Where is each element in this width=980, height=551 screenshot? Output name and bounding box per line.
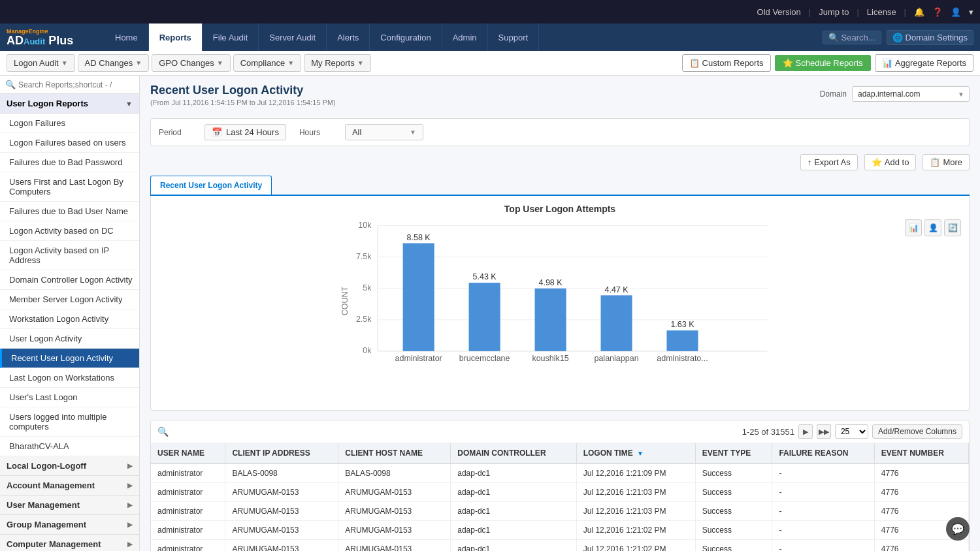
ad-changes-dropdown[interactable]: AD Changes ▼	[78, 54, 150, 72]
pagination-next-btn[interactable]: ▶	[798, 424, 813, 439]
sidebar-item-logon-failures[interactable]: Logon Failures	[0, 114, 139, 133]
hours-selector[interactable]: All ▼	[345, 124, 423, 140]
bar-administrator[interactable]	[403, 244, 434, 351]
chart-refresh-icon[interactable]: 🔄	[944, 219, 961, 236]
more-icon[interactable]: ▾	[969, 7, 973, 17]
domain-select[interactable]: adap.internal.com	[852, 86, 970, 102]
license-link[interactable]: License	[867, 7, 896, 17]
table-toolbar: 🔍 1-25 of 31551 ▶ ▶▶ 25 50 100 Add/Remov…	[151, 420, 969, 443]
cell-dc: adap-dc1	[451, 464, 576, 483]
period-selector[interactable]: 📅 Last 24 Hours	[204, 124, 286, 140]
svg-text:COUNT: COUNT	[340, 286, 350, 315]
hours-value: All	[352, 127, 361, 137]
custom-reports-icon: 📋	[689, 58, 700, 68]
sidebar-item-workstation-logon[interactable]: Workstation Logon Activity	[0, 309, 139, 329]
sidebar-item-member-server[interactable]: Member Server Logon Activity	[0, 290, 139, 309]
account-mgmt-label: Account Management	[7, 480, 95, 490]
sidebar-item-failures-bad-password[interactable]: Failures due to Bad Password	[0, 153, 139, 172]
logon-audit-dropdown[interactable]: Logon Audit ▼	[7, 54, 75, 72]
col-failure-reason: FAILURE REASON	[772, 443, 874, 464]
compliance-arrow: ▼	[287, 59, 294, 67]
main-content: Recent User Logon Activity (From Jul 11,…	[140, 76, 980, 551]
more-button[interactable]: 📋 More	[923, 154, 970, 170]
export-as-button[interactable]: ↑ Export As	[800, 154, 858, 170]
domain-settings-button[interactable]: 🌐 Domain Settings	[887, 30, 973, 45]
custom-reports-label: Custom Reports	[702, 58, 764, 68]
gpo-changes-dropdown[interactable]: GPO Changes ▼	[152, 54, 230, 72]
local-logon-arrow: ▶	[127, 462, 133, 469]
svg-text:7.5k: 7.5k	[356, 252, 372, 261]
hours-label: Hours	[299, 128, 332, 137]
search-box[interactable]: 🔍 Search...	[823, 31, 881, 44]
sidebar-item-users-last-logon[interactable]: User's Last Logon	[0, 388, 139, 407]
domain-settings-label: Domain Settings	[906, 33, 968, 42]
tab-recent-user-logon[interactable]: Recent User Logon Activity	[150, 176, 272, 195]
aggregate-reports-label: Aggregate Reports	[895, 58, 966, 68]
sidebar-section-user-management[interactable]: User Management ▶	[0, 496, 139, 515]
sidebar-item-failures-bad-username[interactable]: Failures due to Bad User Name	[0, 202, 139, 221]
cell-failure: -	[772, 464, 874, 483]
nav-alerts[interactable]: Alerts	[327, 24, 370, 51]
sidebar-item-dc-logon[interactable]: Domain Controller Logon Activity	[0, 270, 139, 290]
sidebar-item-logon-failures-users[interactable]: Logon Failures based on users	[0, 133, 139, 153]
filter-bar: Period 📅 Last 24 Hours Hours All ▼	[150, 118, 970, 146]
sidebar-section-user-logon[interactable]: User Logon Reports ▼	[0, 94, 139, 114]
chart-bar-icon[interactable]: 📊	[905, 219, 922, 236]
jump-to-link[interactable]: Jump to	[819, 7, 849, 17]
add-remove-columns-button[interactable]: Add/Remove Columns	[872, 424, 962, 439]
schedule-reports-button[interactable]: ⭐ Schedule Reports	[775, 55, 871, 71]
aggregate-reports-button[interactable]: 📊 Aggregate Reports	[875, 54, 973, 72]
bar-brucemcclane[interactable]	[469, 283, 500, 351]
bar-admin2[interactable]	[666, 330, 698, 351]
my-reports-arrow: ▼	[357, 59, 364, 67]
chat-icon[interactable]: 💬	[946, 517, 970, 541]
sidebar-item-logon-ip[interactable]: Logon Activity based on IP Address	[0, 241, 139, 270]
svg-text:2.5k: 2.5k	[356, 315, 372, 324]
sidebar-item-logon-dc[interactable]: Logon Activity based on DC	[0, 221, 139, 241]
help-icon[interactable]: ❓	[932, 7, 943, 17]
chart-person-icon[interactable]: 👤	[924, 219, 941, 236]
nav-reports[interactable]: Reports	[149, 24, 203, 51]
nav-configuration[interactable]: Configuration	[370, 24, 442, 51]
ad-changes-arrow: ▼	[135, 59, 142, 67]
table-search-icon[interactable]: 🔍	[157, 426, 169, 437]
sidebar-section-group-management[interactable]: Group Management ▶	[0, 515, 139, 535]
col-logon-time[interactable]: LOGON TIME ▼	[576, 443, 695, 464]
nav-file-audit[interactable]: File Audit	[203, 24, 259, 51]
nav-admin[interactable]: Admin	[442, 24, 488, 51]
cell-user: administrator	[151, 483, 225, 502]
user-icon[interactable]: 👤	[951, 7, 961, 17]
sidebar-section-account-management[interactable]: Account Management ▶	[0, 476, 139, 496]
bell-icon[interactable]: 🔔	[914, 7, 924, 17]
pagination-last-btn[interactable]: ▶▶	[817, 424, 831, 439]
header-right: 🔍 Search... 🌐 Domain Settings	[823, 30, 980, 45]
bar-palaniappan[interactable]	[601, 295, 632, 351]
custom-reports-button[interactable]: 📋 Custom Reports	[682, 54, 771, 72]
sidebar-item-first-last-logon[interactable]: Users First and Last Logon By Computers	[0, 172, 139, 202]
my-reports-dropdown[interactable]: My Reports ▼	[304, 54, 370, 72]
ad-changes-label: AD Changes	[85, 58, 133, 68]
nav-support[interactable]: Support	[488, 24, 540, 51]
sidebar-search-container: 🔍	[0, 76, 139, 94]
nav-home[interactable]: Home	[105, 24, 149, 51]
svg-text:4.47 K: 4.47 K	[604, 285, 629, 294]
sidebar-item-last-logon-workstations[interactable]: Last Logon on Workstations	[0, 368, 139, 388]
cell-ip: BALAS-0098	[225, 464, 338, 483]
sidebar-item-bharath[interactable]: BharathCV-ALA	[0, 437, 139, 456]
per-page-select[interactable]: 25 50 100	[835, 424, 868, 439]
sidebar-section-local-logon[interactable]: Local Logon-Logoff ▶	[0, 456, 139, 476]
sidebar-search-input[interactable]	[18, 80, 134, 89]
old-version-link[interactable]: Old Version	[757, 7, 801, 17]
sidebar-item-multiple-computers[interactable]: Users logged into multiple computers	[0, 407, 139, 437]
nav-server-audit[interactable]: Server Audit	[259, 24, 327, 51]
compliance-dropdown[interactable]: Compliance ▼	[233, 54, 302, 72]
sidebar-section-computer-management[interactable]: Computer Management ▶	[0, 535, 139, 551]
schedule-icon: ⭐	[783, 58, 793, 68]
add-to-button[interactable]: ⭐ Add to	[864, 154, 917, 170]
sidebar-item-recent-user-logon[interactable]: Recent User Logon Activity	[0, 349, 139, 368]
star-icon: ⭐	[872, 157, 882, 167]
cell-failure: -	[772, 502, 874, 521]
sidebar-item-user-logon-activity[interactable]: User Logon Activity	[0, 329, 139, 349]
svg-text:brucemcclane: brucemcclane	[459, 354, 510, 363]
bar-koushik15[interactable]	[535, 289, 566, 351]
